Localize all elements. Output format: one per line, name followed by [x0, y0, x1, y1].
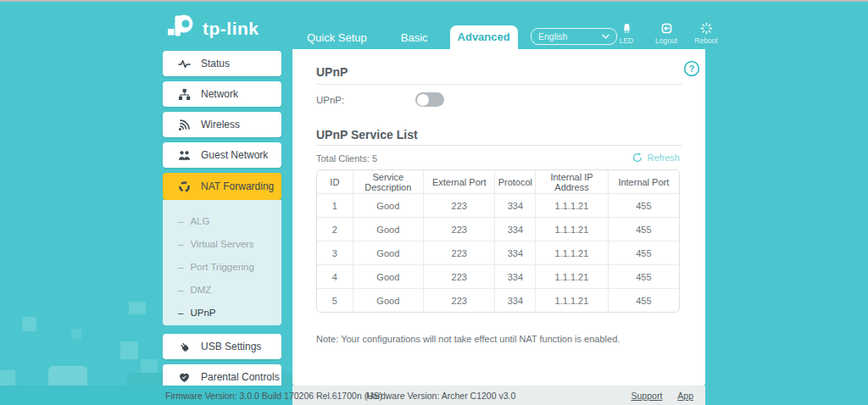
sidebar-item-network[interactable]: Network: [163, 81, 281, 107]
table-cell: 455: [609, 194, 679, 218]
table-cell: Good: [353, 241, 424, 265]
column-header-internal-ip-address: Internal IP Address: [536, 170, 608, 194]
table-cell: 223: [424, 265, 496, 289]
logout-icon: [660, 22, 673, 35]
tab-advanced[interactable]: Advanced: [450, 25, 518, 49]
submenu-dash: –: [178, 239, 183, 249]
logout-label: Logout: [655, 36, 677, 45]
nat-forwarding-icon: [178, 180, 191, 193]
table-cell: Good: [353, 194, 424, 218]
table-cell: 334: [495, 289, 536, 312]
sidebar-item-label: Network: [201, 88, 238, 100]
table-row: 3Good2233341.1.1.21455: [317, 241, 679, 265]
sidebar-item-status[interactable]: Status: [163, 51, 281, 76]
decorative-square: [129, 302, 146, 314]
status-icon: [178, 58, 191, 70]
divider: [316, 145, 682, 146]
header-actions: LEDLogoutReboot: [612, 22, 721, 45]
table-cell: Good: [353, 218, 424, 241]
guest-network-icon: [178, 149, 191, 162]
table-cell: 223: [424, 218, 496, 241]
footer-link-support[interactable]: Support: [632, 391, 663, 401]
column-header-internal-port: Internal Port: [609, 170, 679, 194]
language-value: English: [538, 31, 567, 42]
help-icon[interactable]: ?: [683, 60, 700, 77]
top-divider: [0, 0, 868, 2]
sidebar-item-label: Status: [201, 58, 230, 69]
tab-basic[interactable]: Basic: [389, 31, 440, 44]
table-cell: 4: [317, 265, 353, 289]
table-cell: 2: [317, 218, 353, 241]
nat-note: Note: Your configurations will not take …: [316, 334, 620, 344]
reboot-label: Reboot: [694, 36, 717, 45]
submenu-item-label: Virtual Servers: [190, 239, 253, 249]
table-cell: 1.1.1.21: [536, 265, 608, 289]
tab-quick-setup[interactable]: Quick Setup: [295, 31, 379, 44]
sidebar-item-wireless[interactable]: Wireless: [163, 112, 281, 137]
footer-bar: Firmware Version: 3.0.0 Build 170206 Rel…: [0, 386, 705, 405]
sidebar-item-guest-network[interactable]: Guest Network: [163, 142, 281, 168]
sidebar-item-usb-settings[interactable]: USB Settings: [163, 334, 281, 359]
submenu-dash: –: [178, 308, 183, 318]
chevron-down-icon: [602, 34, 609, 39]
led-button[interactable]: LED: [612, 22, 641, 45]
table-cell: Good: [353, 265, 424, 289]
tp-link-logo: tp-link: [166, 14, 259, 44]
sidebar-item-label: Guest Network: [201, 149, 268, 161]
language-select[interactable]: English: [531, 28, 617, 45]
led-label: LED: [620, 36, 634, 45]
submenu-item-virtual-servers[interactable]: –Virtual Servers: [163, 232, 281, 255]
table-cell: 455: [609, 289, 679, 312]
table-row: 1Good2233341.1.1.21455: [317, 194, 679, 218]
svg-text:?: ?: [689, 64, 695, 74]
submenu-dash: –: [178, 285, 183, 295]
submenu-item-dmz[interactable]: –DMZ: [163, 278, 281, 301]
refresh-label: Refresh: [647, 153, 680, 163]
sidebar-item-nat-forwarding[interactable]: NAT Forwarding: [163, 173, 281, 200]
table-cell: 5: [317, 289, 353, 312]
network-icon: [178, 88, 191, 101]
footer-link-app[interactable]: App: [677, 391, 693, 401]
parental-controls-icon: [178, 371, 191, 384]
upnp-service-table: IDService DescriptionExternal PortProtoc…: [316, 169, 680, 313]
decorative-square: [120, 341, 138, 359]
column-header-external-port: External Port: [424, 170, 496, 194]
submenu-item-label: Port Triggering: [190, 262, 253, 272]
upnp-toggle[interactable]: [415, 92, 444, 107]
table-cell: 334: [495, 241, 536, 265]
table-cell: 1.1.1.21: [536, 218, 608, 241]
table-header-row: IDService DescriptionExternal PortProtoc…: [317, 170, 679, 194]
submenu-dash: –: [178, 216, 183, 226]
decorative-square: [141, 359, 158, 373]
table-cell: 3: [317, 241, 353, 265]
submenu-item-label: ALG: [190, 216, 209, 226]
submenu-item-upnp[interactable]: –UPnP: [163, 301, 281, 324]
section-title-service-list: UPnP Service List: [316, 128, 418, 141]
table-cell: 1.1.1.21: [536, 289, 608, 312]
section-title-upnp: UPnP: [316, 65, 348, 79]
wireless-icon: [178, 119, 191, 131]
table-cell: 455: [609, 241, 679, 265]
hardware-version: Hardware Version: Archer C1200 v3.0: [366, 391, 515, 401]
submenu-item-port-triggering[interactable]: –Port Triggering: [163, 255, 281, 278]
tp-link-logo-icon: [166, 14, 197, 44]
submenu-dash: –: [178, 262, 183, 272]
main-nav: Quick SetupBasicAdvanced: [295, 25, 518, 49]
logout-button[interactable]: Logout: [652, 22, 681, 45]
sidebar-item-label: USB Settings: [201, 341, 261, 352]
column-header-id: ID: [317, 170, 353, 194]
table-cell: Good: [353, 289, 424, 312]
table-cell: 223: [424, 241, 496, 265]
sidebar-item-label: NAT Forwarding: [201, 180, 274, 192]
refresh-button[interactable]: Refresh: [632, 153, 680, 163]
decorative-square: [71, 329, 81, 339]
table-cell: 334: [495, 218, 536, 241]
led-icon: [620, 22, 633, 35]
brand-name: tp-link: [203, 19, 259, 39]
table-row: 2Good2233341.1.1.21455: [317, 218, 679, 241]
table-cell: 1.1.1.21: [536, 241, 608, 265]
table-cell: 1: [317, 194, 353, 218]
column-header-service-description: Service Description: [353, 170, 424, 194]
reboot-button[interactable]: Reboot: [692, 22, 721, 45]
submenu-item-alg[interactable]: –ALG: [163, 209, 281, 232]
